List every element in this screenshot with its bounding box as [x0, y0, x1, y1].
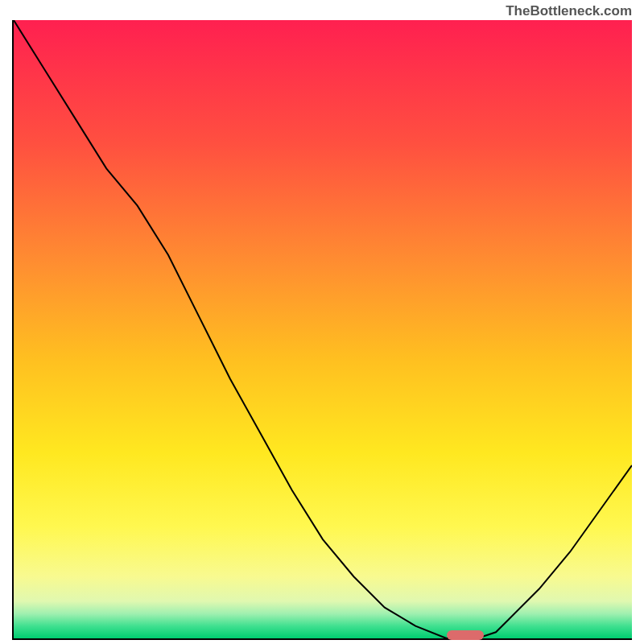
optimal-marker: [447, 630, 484, 640]
chart-line: [14, 20, 632, 638]
watermark-text: TheBottleneck.com: [506, 3, 632, 19]
chart-area: [12, 20, 632, 640]
